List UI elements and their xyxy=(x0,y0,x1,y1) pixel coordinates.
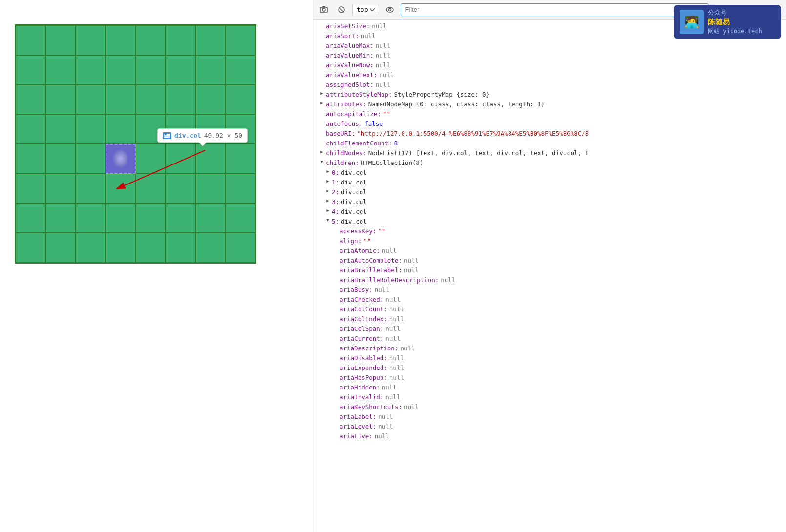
prop-line[interactable]: 1: div.col xyxy=(313,178,786,187)
prop-value: 8 xyxy=(394,139,398,148)
prop-line: baseURI: "http://127.0.0.1:5500/4-%E6%88… xyxy=(313,129,786,139)
prop-line: ariaExpanded: null xyxy=(313,363,786,373)
prop-key: ariaValueNow: xyxy=(326,61,374,70)
prop-value: null xyxy=(404,403,419,411)
prop-value: null xyxy=(389,364,404,372)
collapsed-arrow-icon[interactable] xyxy=(325,168,331,174)
prop-line: ariaValueMax: null xyxy=(313,41,786,51)
prop-line[interactable]: attributeStyleMap: StylePropertyMap {siz… xyxy=(313,90,786,100)
prop-line: autofocus: false xyxy=(313,119,786,129)
grid-cell xyxy=(45,85,75,115)
grid-cell xyxy=(45,233,75,263)
right-panel: top Default levels ariaSetSize: nullaria… xyxy=(313,0,786,532)
prop-value: div.col xyxy=(341,198,367,206)
grid-cell xyxy=(195,55,225,85)
collapsed-arrow-icon[interactable] xyxy=(319,100,325,106)
grid-cell xyxy=(226,55,255,85)
grid-cell xyxy=(76,233,106,263)
prop-key: ariaBrailleRoleDescription: xyxy=(340,276,439,285)
grid-cell xyxy=(226,25,255,55)
prop-key: ariaAtomic: xyxy=(340,246,380,255)
grid-cell xyxy=(226,204,255,233)
prop-value: null xyxy=(385,393,400,402)
collapsed-arrow-icon[interactable] xyxy=(325,178,331,184)
prop-line: ariaColSpan: null xyxy=(313,324,786,334)
filter-input[interactable] xyxy=(401,3,709,16)
collapsed-arrow-icon[interactable] xyxy=(319,90,325,96)
prop-key: childNodes: xyxy=(326,149,366,158)
grid-cell xyxy=(76,55,106,85)
grid-cell xyxy=(16,85,45,115)
prop-key: ariaAutoComplete: xyxy=(340,256,402,265)
prop-key: ariaColIndex: xyxy=(340,315,387,324)
grid-cell xyxy=(106,233,135,263)
svg-point-11 xyxy=(389,8,391,11)
element-tooltip: div.col 49.92 × 50 xyxy=(157,128,248,143)
grid-cell xyxy=(45,25,75,55)
prop-line[interactable]: 0: div.col xyxy=(313,168,786,178)
prop-key: 1: xyxy=(332,178,339,187)
prop-key: accessKey: xyxy=(340,227,376,236)
grid-cell xyxy=(106,25,135,55)
prop-line[interactable]: children: HTMLCollection(8) xyxy=(313,158,786,168)
prop-line: ariaHasPopup: null xyxy=(313,373,786,383)
collapsed-arrow-icon[interactable] xyxy=(325,188,331,194)
grid-cell xyxy=(16,114,45,144)
properties-panel: ariaSetSize: nullariaSort: nullariaValue… xyxy=(313,20,786,532)
prop-line[interactable]: 3: div.col xyxy=(313,197,786,207)
collapsed-arrow-icon[interactable] xyxy=(325,207,331,213)
prop-key: ariaBrailleLabel: xyxy=(340,266,402,275)
context-selector[interactable]: top xyxy=(352,4,379,15)
prop-line: ariaBrailleRoleDescription: null xyxy=(313,275,786,285)
capture-screenshot-button[interactable] xyxy=(317,3,331,17)
prop-line[interactable]: 4: div.col xyxy=(313,207,786,217)
grid-cell xyxy=(76,85,106,115)
grid-cell xyxy=(76,174,106,204)
prop-line: accessKey: "" xyxy=(313,226,786,236)
prop-key: ariaChecked: xyxy=(340,295,383,304)
prop-line[interactable]: 2: div.col xyxy=(313,187,786,197)
eye-button[interactable] xyxy=(383,3,397,17)
prop-line[interactable]: childNodes: NodeList(17) [text, div.col,… xyxy=(313,148,786,158)
prop-value: null xyxy=(385,334,400,343)
prop-line[interactable]: 5: div.col xyxy=(313,217,786,226)
prop-value: NodeList(17) [text, div.col, text, div.c… xyxy=(368,149,589,158)
grid-cell xyxy=(195,233,225,263)
watermark-avatar: 🧑‍💻 xyxy=(680,10,704,34)
prop-key: assignedSlot: xyxy=(326,81,374,89)
prop-value: null xyxy=(382,383,397,392)
grid-cell xyxy=(166,233,195,263)
grid-cell xyxy=(195,25,225,55)
prop-value: HTMLCollection(8) xyxy=(361,159,424,167)
prop-value: null xyxy=(376,81,390,89)
grid-visualization xyxy=(15,24,256,264)
expanded-arrow-icon[interactable] xyxy=(325,217,331,223)
prop-value: null xyxy=(376,51,390,60)
prop-value: div.col xyxy=(341,188,367,197)
prop-line: ariaHidden: null xyxy=(313,383,786,392)
prop-line: ariaColIndex: null xyxy=(313,314,786,324)
prop-line[interactable]: attributes: NamedNodeMap {0: class, clas… xyxy=(313,100,786,109)
prop-value: null xyxy=(389,354,404,363)
prop-value: null xyxy=(361,32,376,41)
prop-value: null xyxy=(404,256,419,265)
grid-cell xyxy=(45,144,75,174)
prop-line: ariaDescription: null xyxy=(313,344,786,353)
grid-cell xyxy=(136,25,166,55)
prop-key: ariaLevel: xyxy=(340,422,376,431)
prop-value: null xyxy=(378,422,393,431)
block-requests-button[interactable] xyxy=(335,3,348,17)
collapsed-arrow-icon[interactable] xyxy=(325,198,331,204)
prop-value: null xyxy=(372,22,386,31)
prop-line: ariaLabel: null xyxy=(313,412,786,422)
grid-cell xyxy=(226,85,255,115)
expanded-arrow-icon[interactable] xyxy=(319,159,325,164)
grid-cell xyxy=(136,85,166,115)
prop-line: ariaColCount: null xyxy=(313,305,786,314)
grid-container: div.col 49.92 × 50 xyxy=(15,24,256,264)
collapsed-arrow-icon[interactable] xyxy=(319,149,325,155)
context-label: top xyxy=(357,6,368,13)
watermark: 🧑‍💻 公众号 陈随易 网站 yicode.tech xyxy=(674,5,781,39)
chevron-down-icon xyxy=(370,8,375,11)
watermark-line1: 公众号 xyxy=(708,8,762,17)
